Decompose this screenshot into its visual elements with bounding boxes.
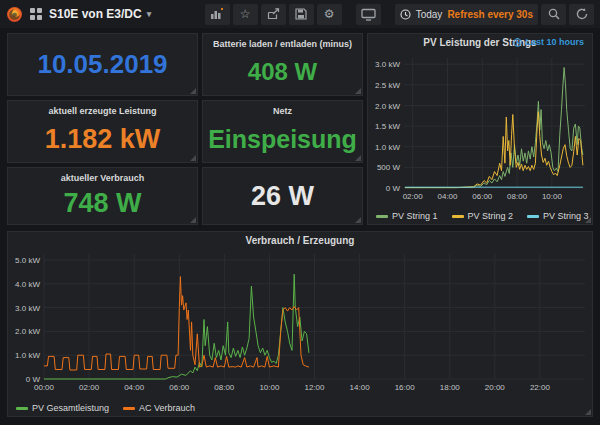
panel-resize-handle[interactable] bbox=[190, 155, 196, 161]
settings-button[interactable]: ⚙ bbox=[317, 4, 342, 25]
svg-text:1.5 kW: 1.5 kW bbox=[375, 122, 400, 131]
legend-color-dash bbox=[452, 215, 464, 218]
panel-pv-strings: PV Leistung der Strings Last 10 hours 0 … bbox=[367, 33, 593, 225]
legend-item[interactable]: AC Verbrauch bbox=[123, 403, 195, 413]
svg-text:2.0 kW: 2.0 kW bbox=[15, 327, 40, 336]
svg-text:06:00: 06:00 bbox=[169, 383, 190, 392]
svg-text:3.0 kW: 3.0 kW bbox=[15, 304, 40, 313]
svg-text:4.0 kW: 4.0 kW bbox=[15, 280, 40, 289]
navbar: S10E von E3/DC ▾ ☆ bbox=[0, 0, 600, 28]
panel-title[interactable]: aktuell erzeugte Leistung bbox=[48, 101, 156, 116]
legend-item[interactable]: PV String 1 bbox=[376, 211, 438, 221]
svg-text:3.0 kW: 3.0 kW bbox=[375, 60, 400, 69]
svg-text:12:00: 12:00 bbox=[304, 383, 325, 392]
save-icon bbox=[295, 8, 307, 20]
legend-item[interactable]: PV String 3 bbox=[527, 211, 589, 221]
refresh-button[interactable] bbox=[569, 4, 594, 25]
verbrauch-chart[interactable]: 0 W1.0 kW2.0 kW3.0 kW4.0 kW5.0 kW00:0002… bbox=[10, 250, 591, 393]
svg-text:16:00: 16:00 bbox=[395, 383, 416, 392]
star-button[interactable]: ☆ bbox=[233, 4, 258, 25]
star-icon: ☆ bbox=[240, 8, 251, 20]
legend-item[interactable]: PV String 2 bbox=[452, 211, 514, 221]
panel-resize-handle[interactable] bbox=[190, 88, 196, 94]
panel-title[interactable]: aktueller Verbrauch bbox=[61, 168, 145, 183]
svg-text:06:00: 06:00 bbox=[472, 192, 493, 201]
svg-text:0 W: 0 W bbox=[386, 184, 401, 193]
svg-text:2.0 kW: 2.0 kW bbox=[375, 102, 400, 111]
panel-resize-handle[interactable] bbox=[585, 217, 591, 223]
panel-title[interactable]: Batterie laden / entladen (minus) bbox=[213, 34, 352, 49]
time-range-label: Today bbox=[416, 9, 443, 20]
dashboards-grid-icon[interactable] bbox=[30, 8, 42, 20]
svg-text:04:00: 04:00 bbox=[124, 383, 145, 392]
svg-text:2.5 kW: 2.5 kW bbox=[375, 81, 400, 90]
svg-text:18:00: 18:00 bbox=[440, 383, 461, 392]
monitor-icon bbox=[361, 8, 376, 21]
panel-resize-handle[interactable] bbox=[190, 217, 196, 223]
panel-title[interactable]: Verbrauch / Erzeugung bbox=[8, 235, 592, 246]
svg-text:04:00: 04:00 bbox=[437, 192, 458, 201]
panel-battery: Batterie laden / entladen (minus) 408 W bbox=[202, 33, 363, 96]
verbrauch-legend: PV GesamtleistungAC Verbrauch bbox=[16, 403, 195, 413]
panel-generated: aktuell erzeugte Leistung 1.182 kW bbox=[7, 100, 198, 163]
panel-consumption: aktueller Verbrauch 748 W bbox=[7, 167, 198, 225]
pv-strings-legend: PV String 1PV String 2PV String 3 bbox=[376, 211, 589, 221]
clock-icon bbox=[513, 38, 522, 47]
gear-icon: ⚙ bbox=[324, 8, 335, 20]
svg-text:02:00: 02:00 bbox=[403, 192, 424, 201]
time-picker-button[interactable]: Today Refresh every 30s bbox=[395, 4, 538, 25]
svg-text:500 W: 500 W bbox=[377, 163, 401, 172]
refresh-icon bbox=[576, 8, 588, 20]
svg-text:5.0 kW: 5.0 kW bbox=[15, 256, 40, 265]
legend-color-dash bbox=[527, 215, 539, 218]
add-panel-icon bbox=[210, 8, 224, 20]
save-button[interactable] bbox=[289, 4, 314, 25]
tv-mode-button[interactable] bbox=[356, 4, 381, 25]
panel-resize-handle[interactable] bbox=[355, 88, 361, 94]
legend-item[interactable]: PV Gesamtleistung bbox=[16, 403, 109, 413]
svg-text:22:00: 22:00 bbox=[530, 383, 551, 392]
dashboard-title: S10E von E3/DC bbox=[49, 7, 142, 21]
svg-text:02:00: 02:00 bbox=[79, 383, 100, 392]
misc-value: 26 W bbox=[203, 168, 362, 224]
panel-misc: 26 W bbox=[202, 167, 363, 225]
panel-netz: Netz Einspeisung bbox=[202, 100, 363, 163]
svg-text:1.0 kW: 1.0 kW bbox=[15, 351, 40, 360]
svg-text:1.0 kW: 1.0 kW bbox=[375, 143, 400, 152]
legend-color-dash bbox=[16, 407, 28, 410]
date-value: 10.05.2019 bbox=[8, 34, 197, 95]
share-button[interactable] bbox=[261, 4, 286, 25]
time-badge-label: Last 10 hours bbox=[525, 37, 584, 47]
refresh-interval-label: Refresh every 30s bbox=[447, 9, 533, 20]
netz-value: Einspeisung bbox=[203, 116, 362, 162]
svg-text:08:00: 08:00 bbox=[214, 383, 235, 392]
svg-text:00:00: 00:00 bbox=[34, 383, 55, 392]
svg-text:08:00: 08:00 bbox=[507, 192, 528, 201]
pv-strings-chart[interactable]: 0 W500 W1.0 kW1.5 kW2.0 kW2.5 kW3.0 kW02… bbox=[370, 54, 591, 202]
magnifier-icon bbox=[548, 8, 560, 20]
panel-time-badge[interactable]: Last 10 hours bbox=[513, 37, 584, 47]
generated-value: 1.182 kW bbox=[8, 116, 197, 162]
panel-date: 10.05.2019 bbox=[7, 33, 198, 96]
add-panel-button[interactable] bbox=[205, 4, 230, 25]
svg-text:14:00: 14:00 bbox=[350, 383, 371, 392]
zoom-out-button[interactable] bbox=[541, 4, 566, 25]
clock-icon bbox=[400, 9, 411, 20]
consumption-value: 748 W bbox=[8, 183, 197, 224]
svg-text:10:00: 10:00 bbox=[542, 192, 563, 201]
panel-resize-handle[interactable] bbox=[355, 155, 361, 161]
share-icon bbox=[267, 8, 280, 20]
dashboard: S10E von E3/DC ▾ ☆ bbox=[0, 0, 600, 425]
svg-text:20:00: 20:00 bbox=[485, 383, 506, 392]
panel-resize-handle[interactable] bbox=[585, 409, 591, 415]
chevron-down-icon: ▾ bbox=[147, 9, 152, 19]
battery-value: 408 W bbox=[203, 49, 362, 95]
panel-resize-handle[interactable] bbox=[355, 217, 361, 223]
panel-title[interactable]: Netz bbox=[273, 101, 292, 116]
grafana-logo-icon[interactable] bbox=[6, 6, 23, 23]
legend-color-dash bbox=[376, 215, 388, 218]
panel-verbrauch: Verbrauch / Erzeugung 0 W1.0 kW2.0 kW3.0… bbox=[7, 231, 593, 417]
svg-text:10:00: 10:00 bbox=[259, 383, 280, 392]
dashboard-title-dropdown[interactable]: S10E von E3/DC ▾ bbox=[49, 7, 151, 21]
legend-color-dash bbox=[123, 407, 135, 410]
